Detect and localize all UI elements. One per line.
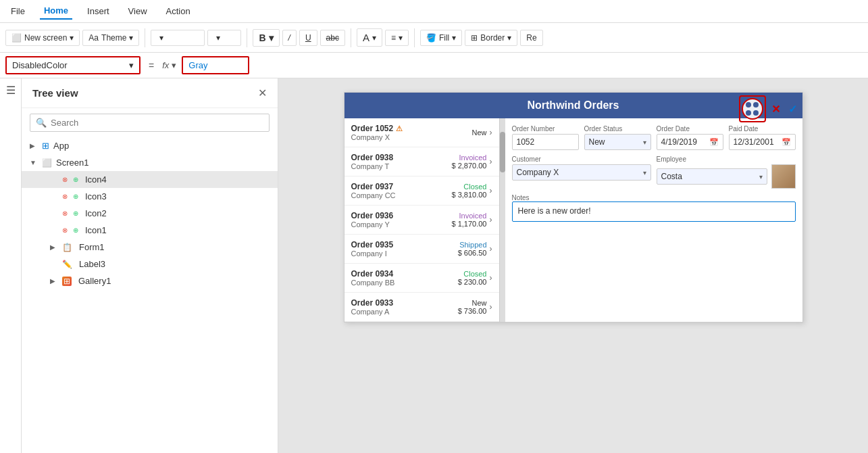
tree-title: Tree view — [32, 87, 78, 99]
paid-date-field: Paid Date 12/31/2001 📅 — [729, 125, 796, 150]
notes-value: Here is a new order! — [518, 206, 591, 216]
order-item-0938[interactable]: Order 0938 Company T Invoiced $ 2,870.00… — [344, 147, 499, 176]
scrollbar-thumb[interactable] — [500, 132, 505, 172]
order-0936-arrow-icon: › — [490, 215, 492, 224]
tree-item-form1[interactable]: ▶ 📋 Form1 — [22, 239, 278, 256]
tree-item-screen1[interactable]: ▼ ⬜ Screen1 — [22, 154, 278, 171]
order-0933-arrow-icon: › — [490, 302, 492, 312]
border-icon: ⊞ — [471, 33, 478, 43]
order-0936-company: Company Y — [351, 220, 449, 229]
notes-input[interactable]: Here is a new order! — [512, 201, 796, 222]
order-item-0933[interactable]: Order 0933 Company A New $ 736.00 › — [344, 293, 499, 322]
tree-close-icon[interactable]: ✕ — [258, 87, 267, 99]
property-name-value: DisabledColor — [12, 60, 68, 70]
font-size-dropdown[interactable]: ▾ — [207, 30, 241, 46]
list-scrollbar[interactable] — [500, 118, 505, 322]
order-item-0937[interactable]: Order 0937 Company CC Closed $ 3,810.00 … — [344, 176, 499, 206]
menu-bar: File Home Insert View Action — [0, 0, 868, 23]
order-item-0936[interactable]: Order 0936 Company Y Invoiced $ 1,170.00… — [344, 206, 499, 235]
dots-icon-button[interactable] — [742, 98, 763, 120]
order-date-calendar-icon[interactable]: 📅 — [709, 138, 719, 147]
form1-expand-icon: ▶ — [50, 243, 58, 251]
icon4-indicator: ⊗ — [62, 176, 68, 183]
underline-button[interactable]: U — [299, 30, 317, 46]
employee-row: Costa ▾ — [657, 164, 796, 189]
reorder-button[interactable]: Re — [520, 30, 542, 46]
detail-panel: Order Number 1052 Order Status New ▾ — [505, 118, 802, 322]
icon1-indicator: ⊗ — [62, 226, 68, 234]
order-number-input[interactable]: 1052 — [512, 134, 579, 150]
app-icon: ⊞ — [42, 141, 49, 151]
order-date-input[interactable]: 4/19/2019 📅 — [657, 134, 723, 150]
customer-chevron-icon: ▾ — [643, 169, 646, 176]
tree-item-icon3[interactable]: ⊗ ⊕ Icon3 — [22, 188, 278, 205]
italic-button[interactable]: / — [282, 30, 297, 46]
order-0937-status-area: Closed $ 3,810.00 — [452, 183, 487, 199]
tree-item-gallery1[interactable]: ▶ ⊞ Gallery1 — [22, 272, 278, 289]
fill-label: Fill — [439, 33, 449, 43]
order-number-field: Order Number 1052 — [512, 125, 579, 150]
search-input[interactable] — [51, 118, 263, 128]
dot-1 — [746, 102, 751, 108]
theme-label: Theme — [101, 33, 126, 43]
order-1052-status: New — [471, 128, 486, 137]
theme-icon: Aa — [88, 33, 99, 43]
order-0937-company: Company CC — [351, 191, 449, 199]
order-item-0935[interactable]: Order 0935 Company I Shipped $ 606.50 › — [344, 235, 499, 264]
order-0934-status: Closed — [458, 270, 487, 278]
border-button[interactable]: ⊞ Border ▾ — [465, 30, 517, 46]
paid-date-calendar-icon[interactable]: 📅 — [782, 138, 791, 147]
toolbar-separator-3 — [351, 28, 351, 47]
menu-insert[interactable]: Insert — [83, 3, 113, 19]
fill-button[interactable]: 🪣 Fill ▾ — [420, 30, 462, 46]
align-button[interactable]: ≡ ▾ — [385, 30, 409, 46]
menu-view[interactable]: View — [124, 3, 151, 19]
fill-icon: 🪣 — [426, 33, 436, 43]
font-family-dropdown[interactable]: ▾ — [151, 30, 205, 46]
order-item-1052[interactable]: Order 1052 ⚠ Company X New › — [344, 118, 499, 147]
formula-value-box[interactable]: Gray — [182, 56, 249, 74]
tree-item-icon1-label: Icon1 — [85, 225, 107, 235]
menu-action[interactable]: Action — [162, 3, 195, 19]
menu-home[interactable]: Home — [40, 3, 72, 20]
dot-3 — [746, 110, 751, 116]
customer-dropdown[interactable]: Company X ▾ — [512, 164, 651, 181]
property-name-box[interactable]: DisabledColor ▾ — [5, 56, 141, 74]
gallery1-icon: ⊞ — [62, 277, 72, 286]
tree-search[interactable]: 🔍 — [30, 114, 270, 132]
confirm-icon[interactable]: ✓ — [786, 100, 800, 118]
tree-item-icon2[interactable]: ⊗ ⊕ Icon2 — [22, 205, 278, 222]
order-0934-num: Order 0934 — [351, 269, 455, 279]
hamburger-icon[interactable]: ☰ — [6, 84, 16, 97]
formula-bar: DisabledColor ▾ = fx ▾ Gray — [0, 53, 868, 78]
theme-button[interactable]: Aa Theme ▾ — [82, 30, 139, 46]
tree-item-app[interactable]: ▶ ⊞ App — [22, 137, 278, 154]
strikethrough-button[interactable]: abc — [320, 30, 345, 46]
order-status-chevron-icon: ▾ — [643, 139, 646, 146]
bold-button[interactable]: B ▾ — [253, 29, 279, 47]
strikethrough-label: abc — [326, 33, 339, 43]
order-status-dropdown[interactable]: New ▾ — [584, 134, 651, 150]
paid-date-input[interactable]: 12/31/2001 📅 — [729, 134, 796, 150]
gallery1-expand-icon: ▶ — [50, 277, 58, 285]
employee-dropdown[interactable]: Costa ▾ — [657, 168, 767, 185]
tree-item-icon1[interactable]: ⊗ ⊕ Icon1 — [22, 222, 278, 239]
employee-label: Employee — [657, 156, 796, 163]
font-color-button[interactable]: A ▾ — [357, 28, 382, 47]
order-0937-amount: $ 3,810.00 — [452, 191, 487, 199]
dots-icon — [743, 99, 762, 118]
font-color-label: A — [363, 32, 369, 43]
toolbar-separator-4 — [414, 28, 415, 47]
order-0936-amount: $ 1,170.00 — [452, 220, 487, 228]
tree-item-label3[interactable]: ✏️ Label3 — [22, 256, 278, 272]
order-number-label: Order Number — [512, 125, 579, 133]
customer-value: Company X — [517, 168, 559, 177]
order-item-0934[interactable]: Order 0934 Company BB Closed $ 230.00 › — [344, 264, 499, 293]
close-icon[interactable]: ✕ — [769, 100, 783, 118]
new-screen-chevron-icon: ▾ — [70, 33, 74, 43]
theme-chevron-icon: ▾ — [129, 33, 133, 43]
tree-item-icon4[interactable]: ⊗ ⊕ Icon4 — [22, 171, 278, 188]
fx-button[interactable]: fx ▾ — [162, 60, 176, 70]
menu-file[interactable]: File — [7, 3, 29, 19]
new-screen-button[interactable]: ⬜ New screen ▾ — [5, 30, 80, 46]
